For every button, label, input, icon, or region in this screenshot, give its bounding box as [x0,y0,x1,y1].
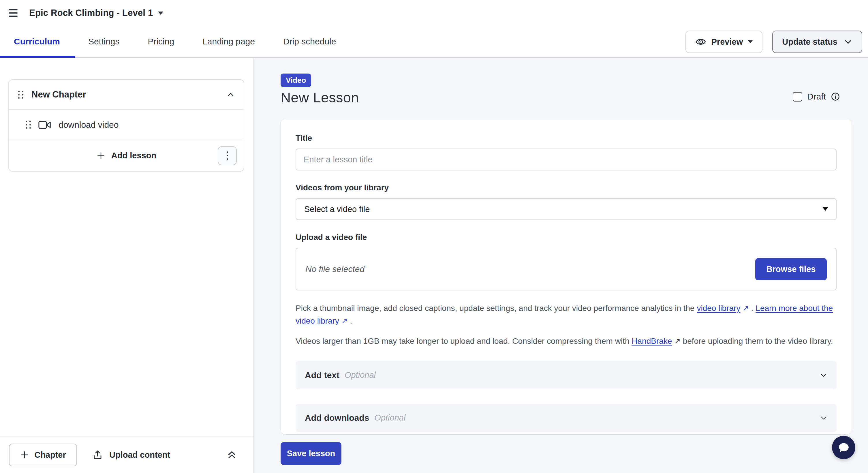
chevron-down-icon [820,414,827,422]
hamburger-menu-icon[interactable] [9,9,19,17]
lesson-type-badge: Video [281,73,311,87]
help-text: Videos larger than 1GB may take longer t… [296,337,631,346]
plus-icon [96,151,105,160]
add-chapter-label: Chapter [34,450,66,460]
help-text: . [749,304,755,313]
no-file-text: No file selected [305,264,365,274]
add-text-label: Add text [305,370,339,380]
save-lesson-button[interactable]: Save lesson [281,442,341,465]
help-text: Pick a thumbnail image, add closed capti… [296,304,697,313]
draft-checkbox[interactable] [793,92,802,101]
tab-curriculum[interactable]: Curriculum [14,37,60,46]
info-icon[interactable] [831,92,840,101]
plus-icon [20,450,29,460]
preview-label: Preview [711,37,743,47]
external-link-icon: ↗ [674,335,681,347]
chapter-menu-button[interactable] [218,146,237,165]
library-field-label: Videos from your library [296,183,837,192]
tab-settings[interactable]: Settings [88,37,119,46]
double-chevron-up-icon [227,450,237,460]
help-text: before uploading them to the video libra… [681,337,833,346]
video-library-link[interactable]: video library [697,304,740,313]
tab-landing-page[interactable]: Landing page [203,37,255,46]
chevron-down-icon [844,37,852,46]
tab-bar: Curriculum Settings Pricing Landing page… [0,26,868,58]
add-downloads-accordion[interactable]: Add downloads Optional [296,404,837,432]
video-select[interactable]: Select a video file [296,198,837,220]
chat-widget-button[interactable] [832,436,855,459]
main-panel: Video New Lesson Draft Title Videos from… [255,58,868,473]
upload-field-label: Upload a video file [296,233,837,242]
optional-label: Optional [374,413,405,422]
top-bar: Epic Rock Climbing - Level 1 [0,0,868,26]
curriculum-sidebar: New Chapter download video Add lesson Ch… [0,58,254,473]
lesson-form-card: Title Videos from your library Select a … [281,119,851,434]
drag-handle-icon[interactable] [26,121,31,129]
video-camera-icon [38,120,51,129]
add-lesson-row: Add lesson [9,140,244,171]
chapter-card: New Chapter download video Add lesson [8,79,244,171]
handbrake-link[interactable]: HandBrake [631,337,672,346]
help-text: . [348,316,352,325]
chapter-title: New Chapter [31,89,86,100]
eye-icon [695,36,706,47]
optional-label: Optional [345,370,376,380]
chevron-down-icon [820,372,827,379]
active-tab-underline [0,56,75,58]
upload-content-label: Upload content [109,450,170,460]
draft-toggle-group: Draft [793,91,840,102]
page-title: New Lesson [281,89,359,105]
file-upload-dropzone[interactable]: No file selected Browse files [296,248,837,290]
upload-content-button[interactable]: Upload content [92,450,170,460]
lesson-row[interactable]: download video [9,109,244,140]
add-downloads-label: Add downloads [305,413,369,423]
add-text-accordion[interactable]: Add text Optional [296,361,837,389]
chevron-up-icon[interactable] [227,91,235,98]
title-field-label: Title [296,133,837,143]
add-chapter-button[interactable]: Chapter [9,444,77,466]
kebab-icon [227,151,228,160]
tab-drip-schedule[interactable]: Drip schedule [283,37,336,46]
video-select-value: Select a video file [304,204,370,214]
collapse-all-button[interactable] [227,450,237,460]
chat-bubble-icon [837,441,850,454]
preview-button[interactable]: Preview [685,31,763,53]
update-status-label: Update status [782,37,837,47]
sidebar-footer: Chapter Upload content [0,436,253,473]
select-caret-icon [823,208,828,211]
external-link-icon: ↗ [743,302,749,314]
compression-help-text: Videos larger than 1GB may take longer t… [296,335,837,348]
tab-actions: Preview Update status [685,31,862,53]
external-link-icon: ↗ [341,315,348,327]
browse-files-button[interactable]: Browse files [755,258,827,280]
course-title[interactable]: Epic Rock Climbing - Level 1 [29,8,153,18]
lesson-title-input[interactable] [296,149,837,170]
lesson-header: Video New Lesson Draft [281,73,851,105]
lesson-title: download video [59,120,119,130]
add-lesson-label: Add lesson [111,151,156,160]
preview-caret-icon [748,40,753,43]
update-status-button[interactable]: Update status [772,31,862,53]
drag-handle-icon[interactable] [18,91,23,99]
chapter-header[interactable]: New Chapter [9,80,244,109]
upload-icon [92,450,103,460]
course-dropdown-caret-icon[interactable] [158,11,163,15]
video-library-help-text: Pick a thumbnail image, add closed capti… [296,302,837,327]
draft-label: Draft [807,92,826,101]
add-lesson-button[interactable]: Add lesson [96,151,156,160]
tab-pricing[interactable]: Pricing [148,37,174,46]
